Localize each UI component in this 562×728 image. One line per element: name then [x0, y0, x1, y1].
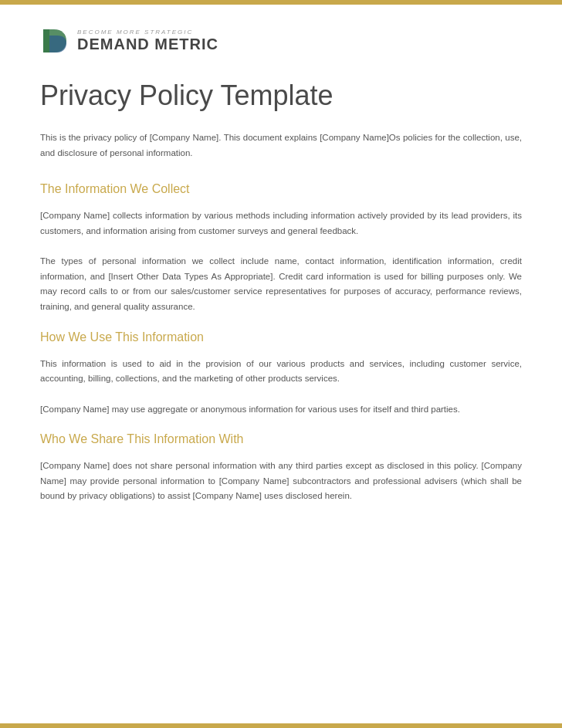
- section-use-heading: How We Use This Information: [40, 330, 522, 344]
- section-use-para-2: [Company Name] may use aggregate or anon…: [40, 402, 522, 418]
- section-use-para-1: This information is used to aid in the p…: [40, 357, 522, 387]
- section-share-para-1: [Company Name] does not share personal i…: [40, 459, 522, 504]
- section-share: Who We Share This Information With [Comp…: [40, 432, 522, 504]
- section-collect-para-2: The types of personal information we col…: [40, 254, 522, 314]
- section-collect: The Information We Collect [Company Name…: [40, 182, 522, 314]
- content-area: Become More Strategic Demand Metric Priv…: [0, 5, 562, 550]
- section-collect-para-1: [Company Name] collects information by v…: [40, 208, 522, 239]
- logo-tagline: Become More Strategic: [77, 29, 218, 36]
- demand-metric-logo-icon: [40, 26, 69, 56]
- page-container: Become More Strategic Demand Metric Priv…: [0, 0, 562, 728]
- section-collect-heading: The Information We Collect: [40, 182, 522, 196]
- section-share-heading: Who We Share This Information With: [40, 432, 522, 446]
- intro-paragraph: This is the privacy policy of [Company N…: [40, 130, 522, 161]
- logo-text-area: Become More Strategic Demand Metric: [77, 29, 218, 53]
- logo-area: Become More Strategic Demand Metric: [40, 26, 522, 56]
- page-title: Privacy Policy Template: [40, 79, 522, 112]
- section-use: How We Use This Information This informa…: [40, 330, 522, 418]
- bottom-border: [0, 723, 562, 728]
- logo-name: Demand Metric: [77, 36, 218, 53]
